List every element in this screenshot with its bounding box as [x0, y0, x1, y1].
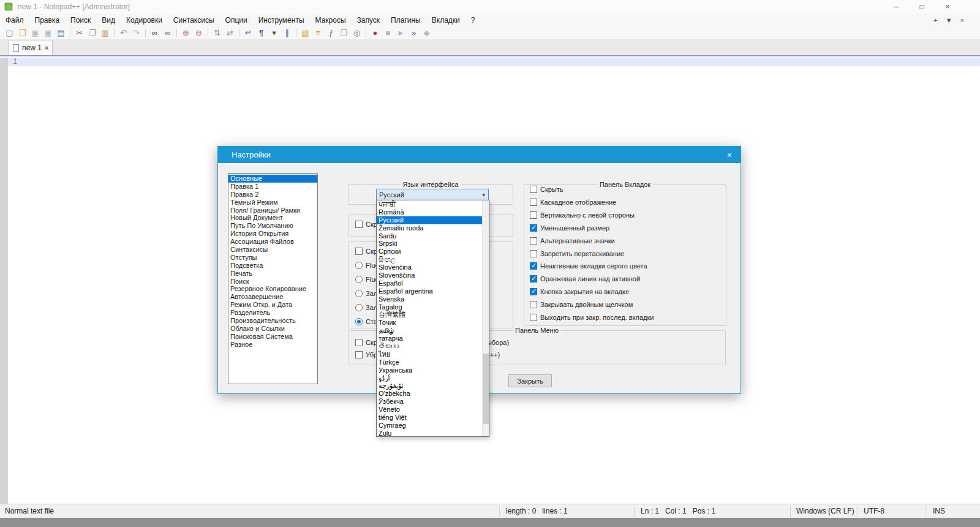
paste-icon[interactable]: ▥ — [100, 28, 110, 38]
language-option-19[interactable]: ไทย — [377, 351, 482, 358]
settings-category-12[interactable]: Печать — [228, 270, 317, 278]
document-map-icon[interactable]: ▧ — [300, 28, 311, 38]
maximize-button[interactable]: □ — [909, 0, 935, 13]
tabbar-option-checkbox-7[interactable]: Оранжевая линия над активной — [530, 275, 640, 283]
settings-category-17[interactable]: Разделитель — [228, 309, 317, 317]
settings-category-2[interactable]: Правка 2 — [228, 191, 317, 199]
radio-unselected-icon[interactable] — [355, 262, 363, 269]
close-window-button[interactable]: × — [935, 0, 960, 13]
menu-item-6[interactable]: Опции — [220, 13, 253, 26]
statusbar-eol-format[interactable]: Windows (CR LF) — [796, 507, 854, 515]
save-macro-icon[interactable]: ◆ — [421, 28, 432, 38]
language-option-2[interactable]: Русский — [377, 216, 482, 224]
zoom-out-icon[interactable]: ⊖ — [194, 28, 204, 38]
checkbox-unchecked-icon[interactable] — [530, 211, 537, 219]
language-option-22[interactable]: اُردُو — [377, 374, 482, 382]
language-option-8[interactable]: Slovenčina — [377, 264, 482, 271]
copy-icon[interactable]: ❐ — [87, 28, 97, 38]
checkbox-checked-icon[interactable] — [530, 288, 537, 295]
tabbar-option-checkbox-10[interactable]: Выходить при закр. послед. вкладки — [530, 313, 654, 322]
statusbar-encoding[interactable]: UTF-8 — [864, 507, 884, 515]
language-option-0[interactable]: ਪੰਜਾਬੀ — [377, 200, 482, 208]
checkbox-unchecked-icon[interactable] — [530, 186, 537, 193]
language-option-26[interactable]: Vèneto — [377, 406, 482, 414]
language-option-14[interactable]: 台灣繁體 — [377, 311, 482, 319]
settings-category-4[interactable]: Поля/ Границы/ Рамки — [228, 207, 317, 214]
find-icon[interactable]: ∞ — [149, 28, 160, 38]
tabbar-option-checkbox-6[interactable]: Неактивные вкладки серого цвета — [530, 262, 647, 270]
radio-unselected-icon[interactable] — [355, 276, 363, 283]
monitoring-icon[interactable]: ◎ — [352, 28, 362, 38]
checkbox-unchecked-icon[interactable] — [530, 314, 537, 321]
language-option-3[interactable]: Žemaitiu ruoda — [377, 224, 482, 232]
language-option-13[interactable]: Tagalog — [377, 303, 482, 311]
menu-item-10[interactable]: Плагины — [385, 13, 426, 26]
settings-category-1[interactable]: Правка 1 — [228, 183, 317, 191]
undo-icon[interactable]: ↶ — [118, 28, 129, 38]
settings-category-11[interactable]: Подсветка — [228, 262, 317, 270]
checkbox-unchecked-icon[interactable] — [355, 221, 363, 228]
new-tab-icon[interactable]: + — [933, 17, 937, 24]
language-option-16[interactable]: தமிழ் — [377, 327, 482, 335]
settings-category-7[interactable]: История Открытия — [228, 230, 317, 238]
dropdown-scrollbar-thumb[interactable] — [483, 354, 489, 424]
language-option-12[interactable]: Svenska — [377, 295, 482, 303]
document-list-icon[interactable]: ≡ — [313, 28, 323, 38]
show-all-chars-icon[interactable]: ¶ — [256, 28, 266, 38]
checkbox-unchecked-icon[interactable] — [355, 339, 363, 346]
checkbox-unchecked-icon[interactable] — [530, 237, 537, 245]
replace-icon[interactable]: ∞ — [162, 28, 173, 38]
language-option-28[interactable]: Cymraeg — [377, 422, 482, 430]
language-option-23[interactable]: ئۇيغۇرچە — [377, 382, 482, 390]
menu-item-4[interactable]: Кодировки — [121, 13, 168, 26]
tab-new-1[interactable]: new 1 × — [9, 40, 53, 55]
language-option-29[interactable]: Zulu — [377, 430, 482, 436]
settings-category-15[interactable]: Автозавершение — [228, 293, 317, 301]
menu-item-1[interactable]: Правка — [29, 13, 66, 26]
language-option-5[interactable]: Srpski — [377, 240, 482, 248]
settings-category-8[interactable]: Ассоциация Файлов — [228, 238, 317, 246]
tabbar-option-checkbox-2[interactable]: Вертикально с левой стороны — [530, 211, 635, 219]
stop-record-icon[interactable]: ■ — [383, 28, 393, 38]
language-option-27[interactable]: tiếng Việt — [377, 414, 482, 422]
language-option-17[interactable]: татарча — [377, 335, 482, 343]
language-option-25[interactable]: Ўзбекча — [377, 398, 482, 406]
language-option-4[interactable]: Sardu — [377, 232, 482, 240]
settings-category-3[interactable]: Тёмный Режим — [228, 199, 317, 207]
menu-item-11[interactable]: Вкладки — [426, 13, 466, 26]
statusbar-insert-mode[interactable]: INS — [933, 507, 945, 515]
sync-horizontal-icon[interactable]: ⇄ — [225, 28, 235, 38]
cut-icon[interactable]: ✂ — [74, 28, 85, 38]
function-list-icon[interactable]: ƒ — [326, 28, 336, 38]
tabbar-option-checkbox-4[interactable]: Альтернативные значки — [530, 237, 615, 245]
language-option-7[interactable]: සිංහල — [377, 256, 482, 264]
checkbox-unchecked-icon[interactable] — [530, 250, 537, 257]
checkbox-unchecked-icon[interactable] — [355, 351, 363, 358]
tabbar-option-checkbox-3[interactable]: Уменьшенный размер — [530, 224, 609, 232]
language-option-1[interactable]: Română — [377, 208, 482, 216]
tab-close-icon[interactable]: × — [45, 44, 48, 51]
zoom-in-icon[interactable]: ⊕ — [181, 28, 191, 38]
settings-category-14[interactable]: Резервное Копирование — [228, 285, 317, 293]
language-option-11[interactable]: Español argentina — [377, 287, 482, 295]
save-all-icon[interactable]: ▣ — [43, 28, 53, 38]
redo-icon[interactable]: ↷ — [131, 28, 141, 38]
checkbox-checked-icon[interactable] — [530, 262, 537, 270]
settings-category-10[interactable]: Отступы — [228, 254, 317, 262]
language-option-6[interactable]: Српски — [377, 248, 482, 256]
menu-item-8[interactable]: Макросы — [310, 13, 352, 26]
settings-category-6[interactable]: Путь По Умолчанию — [228, 222, 317, 230]
word-wrap-icon[interactable]: ↵ — [243, 28, 254, 38]
tabbar-option-checkbox-8[interactable]: Кнопка закрытия на вкладке — [530, 287, 629, 296]
menu-item-9[interactable]: Запуск — [352, 13, 386, 26]
settings-category-18[interactable]: Производительность — [228, 317, 317, 325]
settings-category-21[interactable]: Разное — [228, 341, 317, 349]
radio-unselected-icon[interactable] — [355, 304, 363, 311]
indent-guide-icon[interactable]: ∥ — [282, 28, 292, 38]
checkbox-unchecked-icon[interactable] — [530, 199, 537, 206]
tabbar-option-checkbox-0[interactable]: Скрыть — [530, 185, 564, 194]
language-combobox[interactable]: Русский ▾ — [376, 189, 489, 200]
record-macro-icon[interactable]: ● — [370, 28, 380, 38]
playback-macro-icon[interactable]: ► — [396, 28, 406, 38]
dialog-close-icon[interactable]: × — [727, 150, 732, 160]
